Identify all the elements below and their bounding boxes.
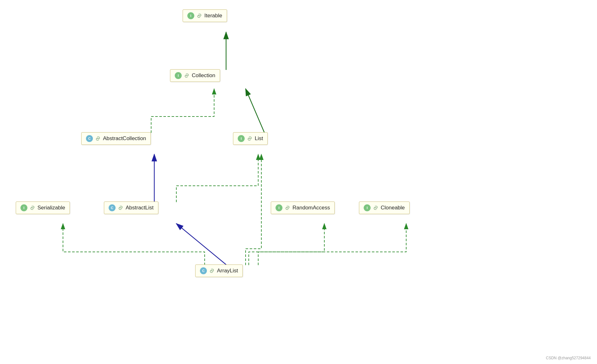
- label-abstract-list: AbstractList: [126, 205, 154, 211]
- node-random-access: I RandomAccess: [271, 202, 335, 214]
- node-serializable: I Serializable: [16, 202, 70, 214]
- svg-line-6: [176, 224, 227, 265]
- label-collection: Collection: [192, 72, 215, 79]
- link-icon-abstract-collection: [95, 136, 101, 141]
- badge-abstract-list: C: [109, 204, 116, 211]
- link-icon-list: [247, 136, 253, 141]
- label-serializable: Serializable: [37, 205, 65, 211]
- node-iterable: I Iterable: [183, 9, 227, 22]
- node-array-list: C ArrayList: [195, 264, 243, 277]
- link-icon-iterable: [196, 13, 202, 19]
- badge-serializable: I: [20, 204, 27, 211]
- badge-list: I: [238, 135, 245, 142]
- label-random-access: RandomAccess: [293, 205, 330, 211]
- node-list: I List: [233, 132, 268, 145]
- label-list: List: [255, 135, 263, 142]
- link-icon-random-access: [285, 205, 290, 211]
- node-cloneable: I Cloneable: [359, 202, 410, 214]
- badge-abstract-collection: C: [86, 135, 93, 142]
- badge-collection: I: [175, 72, 182, 79]
- link-icon-serializable: [30, 205, 35, 211]
- link-icon-cloneable: [373, 205, 378, 211]
- arrows-svg: [0, 0, 597, 364]
- badge-array-list: C: [200, 267, 207, 274]
- badge-cloneable: I: [364, 204, 371, 211]
- svg-line-4: [246, 89, 264, 133]
- label-iterable: Iterable: [204, 13, 222, 19]
- label-cloneable: Cloneable: [381, 205, 405, 211]
- watermark: CSDN @zhang527294844: [546, 356, 591, 360]
- node-abstract-collection: C AbstractCollection: [81, 132, 151, 145]
- link-icon-abstract-list: [118, 205, 123, 211]
- diagram-container: I Iterable I Collection C AbstractCollec…: [0, 0, 597, 364]
- badge-random-access: I: [276, 204, 282, 211]
- link-icon-collection: [184, 73, 190, 78]
- label-abstract-collection: AbstractCollection: [103, 135, 146, 142]
- badge-iterable: I: [187, 12, 194, 19]
- node-collection: I Collection: [170, 69, 220, 82]
- node-abstract-list: C AbstractList: [104, 202, 158, 214]
- label-array-list: ArrayList: [217, 268, 238, 274]
- link-icon-array-list: [209, 268, 215, 274]
